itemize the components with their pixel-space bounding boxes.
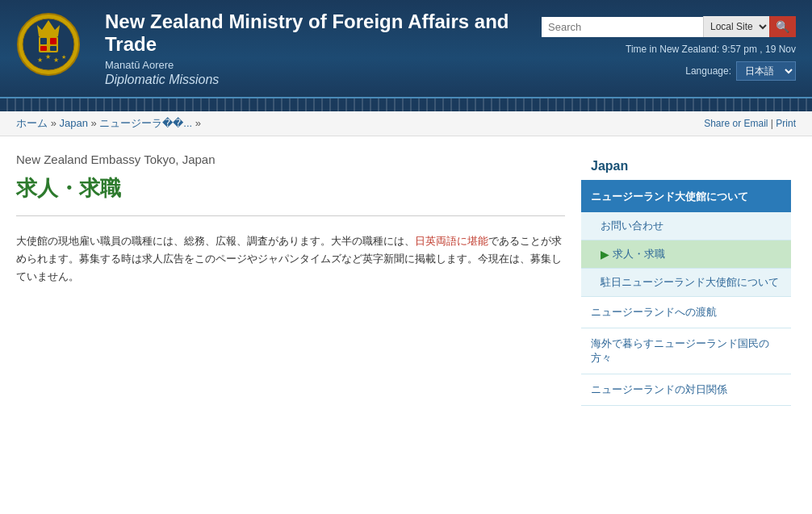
breadcrumb-sep2: » <box>91 117 100 129</box>
active-arrow-icon: ▶ <box>601 248 609 261</box>
sidebar-main-label-0: ニュージーランドへの渡航 <box>591 306 717 318</box>
svg-rect-5 <box>50 38 57 44</box>
search-button[interactable]: 🔍 <box>769 16 796 37</box>
svg-text:★: ★ <box>45 53 51 61</box>
sidebar-main-label-1: 海外で暮らすニュージーランド国民の方々 <box>591 337 769 364</box>
breadcrumb-bar: ホーム » Japan » ニュージーラ��... » Share or Ema… <box>0 111 812 136</box>
sidebar-item-overseas[interactable]: 海外で暮らすニュージーランド国民の方々 <box>581 328 791 374</box>
breadcrumb-sep1: » <box>51 117 60 129</box>
local-site-select[interactable]: Local Site Global <box>703 16 769 37</box>
sidebar-sub-label-0: お問い合わせ <box>601 219 663 233</box>
search-input[interactable] <box>542 17 703 37</box>
deco-border <box>0 97 812 111</box>
sidebar-sub-item-jobs[interactable]: ▶ 求人・求職 <box>581 240 791 269</box>
breadcrumb-actions: Share or Email | Print <box>704 118 796 129</box>
svg-rect-4 <box>40 38 47 44</box>
svg-rect-6 <box>40 46 47 51</box>
breadcrumb: ホーム » Japan » ニュージーラ��... » <box>16 116 201 131</box>
svg-rect-7 <box>50 46 57 51</box>
search-bar: Local Site Global 🔍 <box>542 16 796 37</box>
language-label: Language: <box>685 65 731 77</box>
breadcrumb-japan[interactable]: Japan <box>59 117 87 129</box>
sidebar-main-label-2: ニュージーランドの対日関係 <box>591 383 727 395</box>
time-display: Time in New Zealand: 9:57 pm , 19 Nov <box>626 44 796 55</box>
breadcrumb-sep3: » <box>195 117 201 129</box>
sidebar-item-relations[interactable]: ニュージーランドの対日関係 <box>581 374 791 406</box>
content-divider <box>16 215 565 216</box>
svg-text:★: ★ <box>37 56 43 64</box>
embassy-title: New Zealand Embassy Tokyo, Japan <box>16 153 565 166</box>
site-subtitle: Diplomatic Missions <box>105 73 542 87</box>
share-email-link[interactable]: Share or Email <box>704 118 768 129</box>
page-heading: 求人・求職 <box>16 174 565 203</box>
site-header: ★ ★ ★ ★ New Zealand Ministry of Foreign … <box>0 0 812 97</box>
content-body: 大使館の現地雇い職員の職種には、総務、広報、調査があります。大半の職種には、日英… <box>16 232 565 286</box>
maori-name: Manatū Aorere <box>105 59 542 71</box>
print-link[interactable]: Print <box>776 118 796 129</box>
sidebar-sub-label-2: 駐日ニュージーランド大使館について <box>601 275 779 290</box>
content-area: New Zealand Embassy Tokyo, Japan 求人・求職 大… <box>16 153 565 406</box>
breadcrumb-home[interactable]: ホーム <box>16 117 48 129</box>
sidebar-sub-item-about[interactable]: 駐日ニュージーランド大使館について <box>581 269 791 297</box>
sidebar-item-travel[interactable]: ニュージーランドへの渡航 <box>581 297 791 328</box>
language-row: Language: 日本語 English <box>685 61 796 81</box>
breadcrumb-page[interactable]: ニュージーラ��... <box>99 117 192 129</box>
sidebar-section-active[interactable]: ニュージーランド大使館について <box>581 182 791 212</box>
sidebar-sub-label-1: 求人・求職 <box>613 247 665 261</box>
svg-text:★: ★ <box>61 54 66 60</box>
svg-text:★: ★ <box>53 56 59 64</box>
sidebar-sub-item-contact[interactable]: お問い合わせ <box>581 212 791 240</box>
language-select[interactable]: 日本語 English <box>736 61 796 81</box>
site-logo: ★ ★ ★ ★ <box>16 12 89 85</box>
main-container: New Zealand Embassy Tokyo, Japan 求人・求職 大… <box>0 136 812 422</box>
sidebar: Japan ニュージーランド大使館について お問い合わせ ▶ 求人・求職 駐日ニ… <box>581 153 791 406</box>
site-title: New Zealand Ministry of Foreign Affairs … <box>105 10 542 56</box>
bilingual-link[interactable]: 日英両語に堪能 <box>415 235 488 247</box>
header-right: Local Site Global 🔍 Time in New Zealand:… <box>542 16 796 81</box>
header-title-block: New Zealand Ministry of Foreign Affairs … <box>105 10 542 87</box>
sidebar-country: Japan <box>581 153 791 182</box>
sidebar-section-label: ニュージーランド大使館について <box>591 190 748 203</box>
